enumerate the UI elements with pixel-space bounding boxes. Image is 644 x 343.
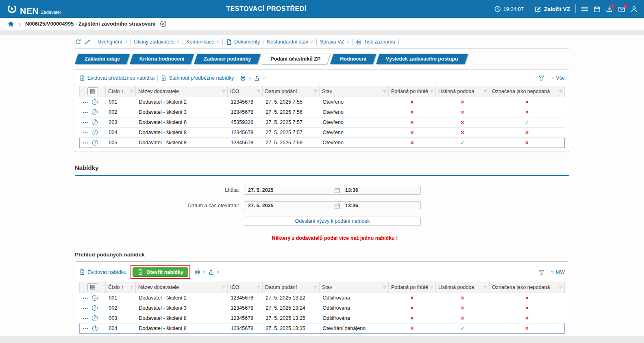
tab-kriteria-hodnoceni[interactable]: Kritéria hodnocení	[131, 54, 192, 64]
tab-strip: Základní údajeKritéria hodnoceníZadávací…	[75, 54, 569, 64]
column-settings-button[interactable]	[80, 282, 106, 293]
zalozit-vz-button[interactable]: Založit VZ	[535, 6, 570, 12]
view-selector[interactable]: ▽ MW	[551, 269, 565, 275]
row-menu-icon[interactable]: •••	[83, 141, 89, 145]
table-row[interactable]: •••i003Dodavatel - školení 81234567827. …	[80, 313, 565, 323]
row-menu-icon[interactable]: •••	[83, 316, 89, 320]
toolbar-item-sprava-vz[interactable]: Správa VZ▽	[320, 39, 349, 45]
column-header-listinna-podoba[interactable]: Listinná podoba▽	[436, 282, 490, 293]
column-header-cislo[interactable]: Číslo↑▽	[106, 282, 136, 293]
column-header-datum-podani[interactable]: Datum podání▽	[263, 86, 320, 97]
info-icon[interactable]: i	[92, 305, 98, 311]
filter-button[interactable]	[538, 75, 545, 81]
cross-icon: ×	[410, 119, 413, 126]
column-header-podana-po-lhute[interactable]: Podaná po lhůtě▽	[389, 86, 436, 97]
table-row[interactable]: •••i004Dodavatel - školení 81234567827. …	[80, 128, 565, 138]
info-icon[interactable]: i	[92, 119, 98, 125]
toolbar-item-nestandardni-stav[interactable]: Nestandardní stav▽	[267, 39, 313, 45]
breadcrumb-record[interactable]: N006/25/V00004995 - Zajištění závodního …	[25, 21, 155, 27]
row-menu-icon[interactable]: •••	[83, 120, 89, 124]
oteviran-date-value[interactable]: 27. 5. 2025	[244, 203, 333, 208]
app-logo[interactable]: NEN Zadavatel	[7, 3, 61, 15]
oteviran-datetime-field[interactable]: 27. 5. 2025 13:36	[244, 201, 421, 210]
evidovat-predbeznou-nabidku-link[interactable]: Evidovat předběžnou nabídku	[79, 75, 154, 81]
table-row[interactable]: •••i001Dodavatel - školení 21234567827. …	[80, 293, 565, 303]
print-button[interactable]: ▽	[240, 75, 251, 81]
evidovat-nabidku-link[interactable]: Evidovat nabídku	[79, 269, 126, 275]
export-button[interactable]: ▽	[254, 75, 265, 81]
table-row[interactable]: •••i003Dodavatel - školení 64535932627. …	[80, 117, 565, 128]
tab-zadavaci-podminky[interactable]: Zadávací podmínky	[196, 54, 259, 64]
cell-cislo: 004	[106, 323, 136, 334]
row-menu-icon[interactable]: •••	[83, 306, 89, 310]
tab-podani-ucastniku-zp[interactable]: Podání účastníků ZP	[262, 54, 329, 64]
toolbar-item-ukony-zadavatele[interactable]: Úkony zadavatele▽	[134, 39, 180, 45]
column-header-oznacena-jako-nepodana[interactable]: Označena jako nepodaná▽	[490, 282, 565, 293]
messages-button[interactable]	[618, 6, 625, 13]
calendar-icon[interactable]	[333, 187, 341, 193]
lhuta-time-value[interactable]: 13:36	[341, 187, 420, 193]
info-icon[interactable]: i	[92, 140, 98, 145]
column-header-stav[interactable]: Stav▽	[320, 86, 389, 97]
column-header-datum-podani[interactable]: Datum podání▽	[263, 282, 320, 293]
info-icon[interactable]: i	[92, 109, 98, 115]
table-row[interactable]: •••i004Dodavatel - školení 81234567827. …	[80, 323, 565, 334]
calendar-icon[interactable]	[333, 203, 341, 209]
table-row[interactable]: •••i002Dodavatel - školení 31234567827. …	[80, 303, 565, 313]
column-header-oznacena-jako-nepodana[interactable]: Označena jako nepodaná▽	[490, 86, 565, 97]
home-button[interactable]	[7, 21, 14, 27]
toolbar-item-dokumenty[interactable]: Dokumenty	[226, 39, 260, 45]
column-header-nazev-dodavatele[interactable]: Název dodavatele▽	[136, 86, 228, 97]
toolbar-item-komunikace[interactable]: Komunikace▽	[186, 39, 219, 45]
stahnout-predbezne-nabidky-link[interactable]: Stáhnout předběžné nabídky	[161, 75, 234, 81]
oteviran-time-value[interactable]: 13:36	[341, 203, 420, 208]
filter-button[interactable]	[538, 269, 545, 276]
column-header-cislo[interactable]: Číslo↑▽	[106, 86, 136, 97]
table-row[interactable]: •••i005Dodavatel - školení 81234567827. …	[80, 138, 565, 148]
row-menu-icon[interactable]: •••	[83, 130, 89, 135]
edit-pencil-button[interactable]	[85, 39, 91, 45]
menu-button[interactable]	[581, 6, 588, 12]
tab-zakladni-udaje[interactable]: Základní údaje	[76, 54, 128, 64]
row-menu-icon[interactable]: •••	[83, 100, 89, 104]
downloads-button[interactable]	[606, 6, 613, 13]
history-button[interactable]	[75, 39, 81, 45]
odeslani-vyzvy-button[interactable]: Odeslání výzvy k podání nabídek	[244, 217, 421, 226]
column-settings-button[interactable]	[80, 86, 106, 97]
view-selector[interactable]: ▽ Vše	[551, 75, 565, 81]
sort-asc-icon: ↑	[121, 89, 124, 94]
row-menu-icon[interactable]: •••	[83, 296, 89, 300]
tab-vysledek-zadavaciho-postupu[interactable]: Výsledek zadávacího postupu	[378, 54, 466, 64]
cross-icon: ×	[525, 109, 529, 115]
column-header-listinna-podoba[interactable]: Listinná podoba▽	[436, 86, 490, 97]
lhuta-date-value[interactable]: 27. 5. 2025	[244, 187, 333, 193]
info-icon[interactable]: i	[92, 295, 98, 301]
table-row[interactable]: •••i001Dodavatel - školení 21234567827. …	[80, 97, 565, 107]
lhuta-datetime-field[interactable]: 27. 5. 2025 13:36	[244, 186, 421, 195]
info-icon[interactable]: i	[92, 326, 98, 331]
row-menu-icon[interactable]: •••	[83, 110, 89, 114]
cross-icon: ×	[525, 315, 529, 321]
column-header-podana-po-lhute[interactable]: Podaná po lhůtě▽	[389, 282, 436, 293]
column-filter-icon: ▽	[222, 286, 225, 289]
cell-ico: 12345678	[228, 128, 263, 138]
close-record-button[interactable]	[160, 20, 167, 27]
info-icon[interactable]: i	[92, 315, 98, 321]
otevrit-nabidky-button[interactable]: Otevřít nabídky	[133, 267, 188, 277]
row-menu-icon[interactable]: •••	[83, 326, 89, 330]
column-header-ico[interactable]: IČO▽	[228, 282, 263, 293]
info-icon[interactable]: i	[92, 99, 98, 105]
export-button[interactable]: ▽	[208, 269, 219, 275]
print-button[interactable]: ▽	[194, 269, 205, 275]
column-header-nazev-dodavatele[interactable]: Název dodavatele▽	[136, 282, 228, 293]
tab-hodnoceni[interactable]: Hodnocení	[332, 54, 374, 64]
toolbar-item-tisk-zaznamu[interactable]: Tisk záznamu	[356, 39, 395, 45]
cell-datum-podani: 27. 5. 2025 7:57	[263, 128, 320, 138]
toolbar-item-uverejneni[interactable]: Uveřejnění▽	[98, 39, 127, 45]
column-header-ico[interactable]: IČO▽	[228, 86, 263, 97]
table-row[interactable]: •••i002Dodavatel - školení 31234567827. …	[80, 107, 565, 117]
profile-button[interactable]	[631, 6, 637, 13]
column-header-stav[interactable]: Stav▽	[320, 282, 389, 293]
calendar-button[interactable]	[594, 6, 600, 13]
info-icon[interactable]: i	[92, 130, 98, 135]
